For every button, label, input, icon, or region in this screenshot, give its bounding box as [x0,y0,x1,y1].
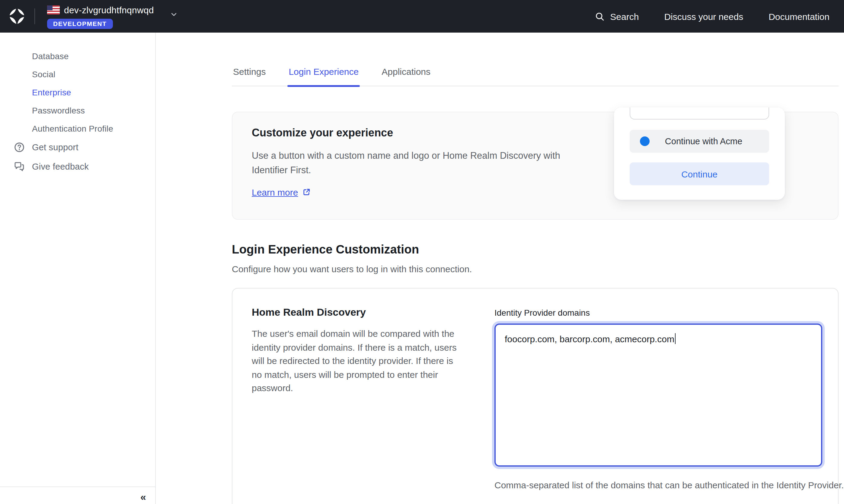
sidebar-item-social[interactable]: Social [0,65,155,83]
tab-settings[interactable]: Settings [232,60,267,86]
sidebar-item-label: Give feedback [32,162,89,172]
sidebar-item-label: Authentication Profile [32,124,113,133]
learn-more-link[interactable]: Learn more [252,187,311,197]
tab-applications[interactable]: Applications [380,60,432,86]
chevron-down-icon [169,10,178,19]
us-flag-icon [47,5,60,14]
text-cursor [675,333,676,344]
search-icon [594,11,605,21]
login-preview-card: Continue with Acme Continue [614,107,785,200]
discuss-your-needs-link[interactable]: Discuss your needs [664,11,743,21]
sidebar-item-get-support[interactable]: Get support [0,138,155,157]
sidebar-item-label: Enterprise [32,88,71,97]
auth0-logo-icon [8,7,26,25]
topbar: dev-zlvgrudhtfnqnwqd DEVELOPMENT Search … [0,0,844,33]
environment-badge: DEVELOPMENT [47,19,113,29]
home-realm-discovery-card: Home Realm Discovery The user's email do… [232,288,839,504]
tenant-switcher[interactable]: dev-zlvgrudhtfnqnwqd DEVELOPMENT [47,4,178,29]
topbar-divider [34,8,35,24]
section-subtitle: Configure how you want users to log in w… [232,264,472,274]
tab-bar: SettingsLogin ExperienceApplications [232,60,839,86]
preview-email-input [630,107,769,120]
collapse-sidebar-button[interactable]: « [140,491,145,503]
give-feedback-icon [13,161,25,173]
auth0-dashboard: dev-zlvgrudhtfnqnwqd DEVELOPMENT Search … [0,0,844,504]
sidebar-item-authentication-profile[interactable]: Authentication Profile [0,120,155,138]
search-button[interactable]: Search [594,11,639,21]
topbar-actions: Search Discuss your needs Documentation [594,11,844,21]
sidebar-nav: Getting StartedActivityApplicationsAuthe… [0,33,155,176]
preview-continue-button: Continue [630,162,769,185]
section-title: Login Experience Customization [232,242,419,256]
acme-logo-icon [640,137,650,146]
tenant-name: dev-zlvgrudhtfnqnwqd [64,4,154,15]
idp-domains-textarea[interactable]: foocorp.com, barcorp.com, acmecorp.com [495,324,822,467]
hrd-title: Home Realm Discovery [252,307,366,319]
customize-card-description: Use a button with a custom name and logo… [252,148,575,178]
get-support-icon [13,141,25,153]
sidebar-item-label: Social [32,69,55,79]
sidebar-item-label: Passwordless [32,106,85,115]
idp-domains-help-text: Comma-separated list of the domains that… [495,478,844,492]
sidebar-item-give-feedback[interactable]: Give feedback [0,157,155,176]
sidebar-item-label: Database [32,51,69,61]
sidebar-item-database[interactable]: Database [0,47,155,65]
documentation-link[interactable]: Documentation [769,11,829,21]
main-content: SettingsLogin ExperienceApplications Cus… [156,33,844,504]
sidebar-item-label: Get support [32,142,78,152]
preview-idp-button: Continue with Acme [630,130,769,153]
external-link-icon [302,188,311,197]
sidebar: Getting StartedActivityApplicationsAuthe… [0,33,156,504]
search-label: Search [610,11,639,21]
idp-domains-label: Identity Provider domains [495,308,590,318]
sidebar-item-enterprise[interactable]: Enterprise [0,83,155,102]
sidebar-divider [0,486,155,487]
customize-card-title: Customize your experience [252,127,393,140]
hrd-description: The user's email domain will be compared… [252,327,464,395]
tab-login-experience[interactable]: Login Experience [287,60,360,86]
sidebar-item-passwordless[interactable]: Passwordless [0,102,155,120]
